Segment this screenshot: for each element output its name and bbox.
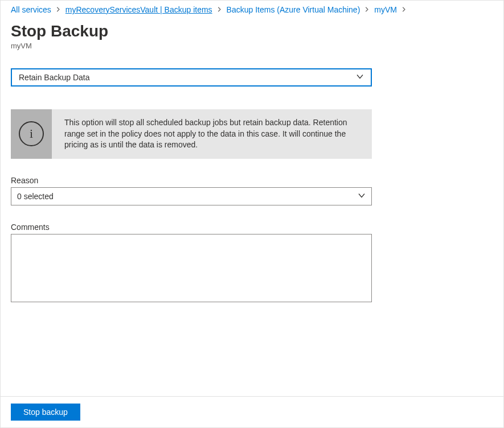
chevron-down-icon [358, 191, 366, 201]
stop-backup-button[interactable]: Stop backup [11, 404, 80, 421]
backup-option-select[interactable]: Retain Backup Data [11, 68, 372, 87]
chevron-right-icon [217, 6, 222, 14]
comments-label: Comments [11, 223, 493, 232]
reason-select[interactable]: 0 selected [11, 187, 372, 205]
comments-textarea[interactable] [11, 234, 372, 302]
info-icon-column: i [11, 109, 52, 159]
breadcrumb: All services myRecoveryServicesVault | B… [1, 1, 503, 17]
comments-section: Comments [11, 223, 493, 304]
page-subtitle: myVM [11, 42, 493, 50]
main-content: Retain Backup Data i This option will st… [1, 58, 503, 314]
breadcrumb-item-myvm[interactable]: myVM [374, 5, 397, 14]
info-banner: i This option will stop all scheduled ba… [11, 109, 372, 159]
chevron-right-icon [401, 6, 407, 14]
chevron-right-icon [56, 6, 61, 14]
chevron-right-icon [364, 6, 370, 14]
breadcrumb-item-all-services[interactable]: All services [11, 5, 51, 14]
page-title: Stop Backup [11, 22, 493, 40]
reason-label: Reason [11, 176, 493, 185]
info-icon: i [19, 121, 44, 146]
chevron-down-icon [356, 73, 364, 83]
breadcrumb-item-backup-items[interactable]: Backup Items (Azure Virtual Machine) [227, 5, 360, 14]
page-header: Stop Backup myVM [1, 17, 503, 58]
reason-value: 0 selected [17, 192, 54, 201]
backup-option-value: Retain Backup Data [19, 73, 90, 82]
footer: Stop backup [1, 396, 503, 427]
reason-section: Reason 0 selected [11, 176, 493, 205]
breadcrumb-item-vault[interactable]: myRecoveryServicesVault | Backup items [65, 5, 212, 14]
info-text: This option will stop all scheduled back… [52, 109, 372, 159]
